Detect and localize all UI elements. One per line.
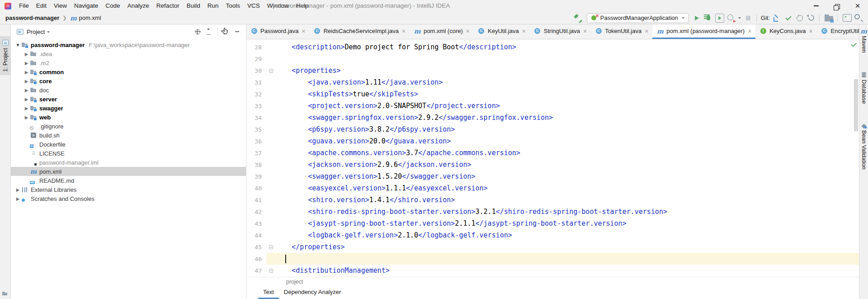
menu-file[interactable]: File bbox=[15, 0, 33, 12]
menu-tools[interactable]: Tools bbox=[222, 0, 244, 12]
menu-vcs[interactable]: VCS bbox=[244, 0, 264, 12]
code-line[interactable]: 45 </properties> bbox=[246, 241, 859, 253]
code-line[interactable]: 31 <java.version>1.11</java.version> bbox=[246, 76, 859, 88]
inspections-ok-icon[interactable] bbox=[850, 41, 857, 48]
code-line[interactable]: 46 bbox=[246, 253, 859, 265]
tree-arrow-icon[interactable]: ▶ bbox=[23, 70, 30, 75]
close-icon[interactable]: × bbox=[809, 28, 812, 35]
close-icon[interactable]: × bbox=[466, 28, 470, 35]
tree-row[interactable]: password-manager.iml bbox=[11, 158, 246, 167]
tree-row[interactable]: Dockerfile bbox=[11, 140, 246, 149]
close-icon[interactable]: × bbox=[748, 28, 751, 35]
git-rollback-button[interactable] bbox=[806, 13, 816, 23]
vcs-changes-button[interactable] bbox=[824, 13, 834, 23]
editor-tab[interactable]: ReidsCacheServiceImpl.java× bbox=[310, 24, 410, 39]
terminal-button[interactable] bbox=[842, 13, 852, 23]
search-everywhere-button[interactable] bbox=[854, 13, 863, 23]
tool-window-tab-bean-validation[interactable]: Bean Validation bbox=[861, 123, 867, 170]
fold-icon[interactable] bbox=[269, 269, 273, 273]
run-button[interactable] bbox=[692, 13, 702, 23]
tree-row[interactable]: .gitignore bbox=[11, 122, 246, 131]
code-line[interactable]: 43 <jasypt-spring-boot-starter.version>2… bbox=[246, 218, 859, 229]
tree-row[interactable]: ▶.idea bbox=[11, 49, 246, 58]
collapse-all-button[interactable] bbox=[205, 27, 214, 36]
breadcrumb-project[interactable]: password-manager bbox=[5, 14, 59, 21]
tree-arrow-icon[interactable]: ▶ bbox=[23, 79, 30, 84]
locate-file-button[interactable] bbox=[193, 27, 202, 36]
tree-arrow-icon[interactable]: ▼ bbox=[14, 43, 21, 47]
editor-tab[interactable]: KeyCons.java× bbox=[755, 24, 816, 39]
menu-navigate[interactable]: Navigate bbox=[71, 0, 102, 12]
editor-tab[interactable]: StringUtil.java× bbox=[530, 24, 591, 39]
code-line[interactable]: 41 <shiro.version>1.4.1</shiro.version> bbox=[246, 194, 859, 206]
tree-row[interactable]: ▼password-managerF:\java_workspace\passw… bbox=[11, 40, 246, 49]
close-icon[interactable]: × bbox=[302, 28, 306, 35]
editor-tab[interactable]: KeyUtil.java× bbox=[474, 24, 530, 39]
close-icon[interactable]: × bbox=[522, 28, 526, 35]
bottom-tab-text[interactable]: Text bbox=[258, 286, 279, 299]
close-icon[interactable]: × bbox=[583, 28, 587, 35]
code-line[interactable]: 40 <easyexcel.version>1.1.1</easyexcel.v… bbox=[246, 182, 859, 194]
menu-refactor[interactable]: Refactor bbox=[153, 0, 183, 12]
code-line[interactable]: 34 <swagger.springfox.version>2.9.2</swa… bbox=[246, 112, 859, 123]
breadcrumb-file[interactable]: pom.xml bbox=[79, 14, 101, 21]
code-line[interactable]: 44 <logback-gelf.version>2.1.0</logback-… bbox=[246, 229, 859, 241]
menu-analyze[interactable]: Analyze bbox=[124, 0, 153, 12]
editor-tab[interactable]: Password.java× bbox=[246, 24, 310, 39]
tree-arrow-icon[interactable]: ▶ bbox=[14, 196, 21, 201]
code-line[interactable]: 42 <shiro-redis-spring-boot-starter.vers… bbox=[246, 206, 859, 218]
git-update-button[interactable] bbox=[772, 13, 782, 23]
favorites-icon[interactable] bbox=[2, 290, 8, 297]
tree-arrow-icon[interactable]: ▶ bbox=[23, 97, 30, 102]
fold-icon[interactable] bbox=[269, 245, 273, 249]
menu-edit[interactable]: Edit bbox=[33, 0, 50, 12]
git-history-button[interactable] bbox=[795, 13, 805, 23]
fold-icon[interactable] bbox=[269, 69, 273, 73]
hide-panel-button[interactable] bbox=[232, 27, 241, 36]
tree-row[interactable]: ▶web bbox=[11, 113, 246, 122]
run-configuration-select[interactable]: PasswordManagerApplication bbox=[587, 13, 689, 23]
git-commit-button[interactable] bbox=[783, 13, 793, 23]
debug-button[interactable] bbox=[703, 13, 713, 23]
code-line[interactable]: 39 <swagger.version>1.5.20</swagger.vers… bbox=[246, 171, 859, 182]
code-line[interactable]: 37 <apache.commons.version>3.7</apache.c… bbox=[246, 147, 859, 159]
tree-row[interactable]: README.md bbox=[11, 176, 246, 185]
tool-window-tab-database[interactable]: Database bbox=[861, 72, 867, 104]
build-hammer-icon[interactable] bbox=[573, 13, 583, 23]
menu-code[interactable]: Code bbox=[102, 0, 123, 12]
tree-row[interactable]: ▶swagger bbox=[11, 104, 246, 113]
editor-scrollbar[interactable] bbox=[854, 79, 858, 131]
tree-row[interactable]: ▶core bbox=[11, 76, 246, 85]
project-view-selector[interactable]: Project bbox=[27, 28, 45, 35]
tree-arrow-icon[interactable]: ▶ bbox=[23, 61, 30, 66]
tree-row[interactable]: ▶doc bbox=[11, 85, 246, 95]
tree-row[interactable]: ▶common bbox=[11, 67, 246, 76]
close-icon[interactable]: × bbox=[402, 28, 406, 35]
tree-row[interactable]: build.sh bbox=[11, 131, 246, 140]
code-line[interactable]: 38 <jackson.version>2.9.6</jackson.versi… bbox=[246, 159, 859, 171]
tree-row[interactable]: ▶server bbox=[11, 95, 246, 104]
menu-build[interactable]: Build bbox=[183, 0, 204, 12]
code-editor[interactable]: 28 <description>Demo project for Spring … bbox=[246, 39, 859, 277]
editor-tab[interactable]: pom.xml (core)× bbox=[410, 24, 474, 39]
profiler-button[interactable] bbox=[726, 13, 736, 23]
maximize-button[interactable] bbox=[826, 0, 847, 12]
minimize-button[interactable] bbox=[806, 0, 826, 12]
tool-window-tab-project[interactable]: 1: Project bbox=[0, 36, 10, 75]
menu-view[interactable]: View bbox=[50, 0, 71, 12]
tree-row[interactable]: ▶External Libraries bbox=[11, 185, 246, 194]
tree-arrow-icon[interactable]: ▶ bbox=[23, 115, 30, 120]
close-button[interactable] bbox=[847, 0, 868, 12]
bottom-tab-dependency-analyzer[interactable]: Dependency Analyzer bbox=[279, 286, 346, 299]
tree-row[interactable]: ▶Scratches and Consoles bbox=[11, 194, 246, 203]
tree-arrow-icon[interactable]: ▶ bbox=[23, 88, 30, 93]
code-line[interactable]: 28 <description>Demo project for Spring … bbox=[246, 41, 859, 53]
code-line[interactable]: 29 bbox=[246, 53, 859, 65]
code-line[interactable]: 35 <p6spy.version>3.8.2</p6spy.version> bbox=[246, 123, 859, 135]
tree-row[interactable]: pom.xml bbox=[11, 167, 246, 176]
breadcrumb-tag[interactable]: project bbox=[286, 279, 303, 285]
run-with-coverage-button[interactable] bbox=[715, 13, 725, 23]
tree-row[interactable]: ▶.m2 bbox=[11, 58, 246, 67]
gear-icon[interactable] bbox=[221, 27, 230, 36]
editor-tab[interactable]: TokenUtil.java× bbox=[591, 24, 652, 39]
